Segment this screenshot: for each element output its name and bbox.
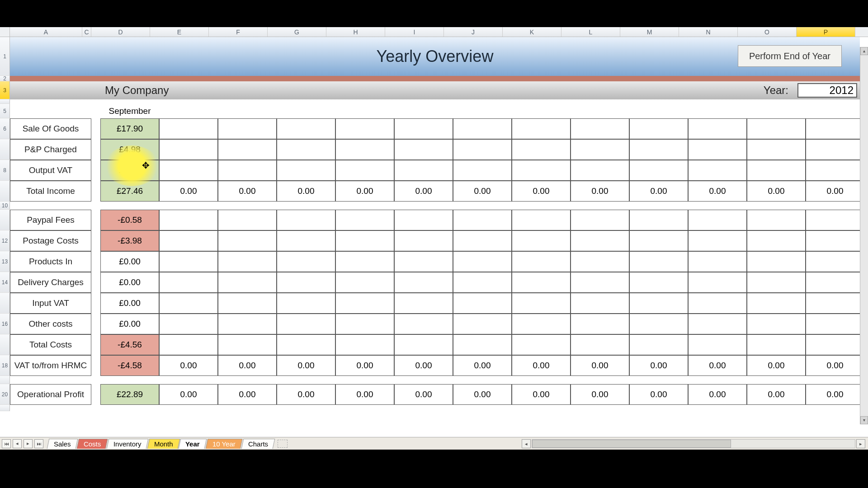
value-cell[interactable] <box>747 272 806 293</box>
value-cell[interactable] <box>159 251 218 272</box>
value-cell[interactable] <box>159 314 218 334</box>
value-cell[interactable]: £17.90 <box>100 118 159 139</box>
value-cell[interactable] <box>747 334 806 355</box>
value-cell[interactable] <box>218 118 277 139</box>
value-cell[interactable] <box>512 118 571 139</box>
value-cell[interactable]: 0.00 <box>394 355 453 376</box>
value-cell[interactable] <box>806 334 864 355</box>
value-cell[interactable]: 0.00 <box>277 181 335 202</box>
col-header-D[interactable]: D <box>91 27 150 37</box>
value-cell[interactable] <box>277 160 335 181</box>
value-cell[interactable] <box>218 160 277 181</box>
value-cell[interactable] <box>629 210 688 230</box>
sheet-tab-charts[interactable]: Charts <box>241 439 275 449</box>
value-cell[interactable] <box>218 293 277 314</box>
select-all-corner[interactable] <box>0 27 10 37</box>
value-cell[interactable]: -£3.98 <box>100 230 159 251</box>
value-cell[interactable]: 0.00 <box>688 355 747 376</box>
value-cell[interactable] <box>218 251 277 272</box>
value-cell[interactable]: 0.00 <box>512 181 571 202</box>
scroll-down-button[interactable]: ▾ <box>860 416 868 424</box>
value-cell[interactable] <box>159 334 218 355</box>
vertical-scrollbar[interactable]: ▴ ▾ <box>860 47 868 424</box>
value-cell[interactable] <box>806 210 864 230</box>
value-cell[interactable]: -£4.56 <box>100 334 159 355</box>
row-header[interactable]: 5 <box>0 104 10 118</box>
value-cell[interactable] <box>806 139 864 160</box>
col-header-P[interactable]: P <box>797 27 855 37</box>
col-header-M[interactable]: M <box>620 27 679 37</box>
col-header-A[interactable]: A <box>10 27 82 37</box>
value-cell[interactable] <box>629 230 688 251</box>
value-cell[interactable] <box>394 314 453 334</box>
tab-nav-prev[interactable]: ◂ <box>13 439 22 448</box>
value-cell[interactable]: 0.00 <box>394 384 453 405</box>
value-cell[interactable]: -£4.58 <box>100 355 159 376</box>
row-header[interactable]: 16 <box>0 314 10 334</box>
value-cell[interactable]: 0.00 <box>453 355 512 376</box>
value-cell[interactable] <box>277 118 335 139</box>
row-header[interactable]: 12 <box>0 230 10 251</box>
row-header[interactable]: 13 <box>0 251 10 272</box>
hscroll-left[interactable]: ◂ <box>522 439 531 448</box>
value-cell[interactable] <box>335 314 394 334</box>
value-cell[interactable]: 0.00 <box>512 384 571 405</box>
value-cell[interactable] <box>571 314 629 334</box>
value-cell[interactable]: 0.00 <box>218 181 277 202</box>
value-cell[interactable] <box>571 293 629 314</box>
row-header[interactable]: 14 <box>0 272 10 293</box>
row-header[interactable] <box>0 181 10 202</box>
value-cell[interactable] <box>571 139 629 160</box>
col-header-H[interactable]: H <box>326 27 385 37</box>
new-sheet-button[interactable] <box>278 440 288 448</box>
value-cell[interactable]: 0.00 <box>512 355 571 376</box>
value-cell[interactable]: 0.00 <box>218 384 277 405</box>
value-cell[interactable] <box>747 118 806 139</box>
value-cell[interactable] <box>159 210 218 230</box>
value-cell[interactable] <box>747 314 806 334</box>
value-cell[interactable] <box>512 160 571 181</box>
value-cell[interactable] <box>806 314 864 334</box>
row-header[interactable]: 3 <box>0 81 10 99</box>
value-cell[interactable] <box>277 293 335 314</box>
sheet-tab-year[interactable]: Year <box>179 439 207 449</box>
value-cell[interactable] <box>453 272 512 293</box>
value-cell[interactable]: 0.00 <box>747 384 806 405</box>
col-header-G[interactable]: G <box>268 27 326 37</box>
value-cell[interactable]: 0.00 <box>806 355 864 376</box>
value-cell[interactable]: 0.00 <box>688 181 747 202</box>
value-cell[interactable]: 0.00 <box>159 384 218 405</box>
value-cell[interactable]: 0.00 <box>747 181 806 202</box>
value-cell[interactable] <box>688 334 747 355</box>
value-cell[interactable] <box>277 334 335 355</box>
value-cell[interactable]: £22.89 <box>100 384 159 405</box>
value-cell[interactable] <box>571 210 629 230</box>
value-cell[interactable] <box>747 139 806 160</box>
value-cell[interactable] <box>806 230 864 251</box>
col-header-L[interactable]: L <box>561 27 620 37</box>
hscroll-track[interactable] <box>532 439 855 448</box>
row-header[interactable]: 1 <box>0 37 10 76</box>
value-cell[interactable] <box>688 251 747 272</box>
value-cell[interactable] <box>629 251 688 272</box>
value-cell[interactable]: £0.00 <box>100 251 159 272</box>
value-cell[interactable] <box>806 118 864 139</box>
value-cell[interactable] <box>512 272 571 293</box>
value-cell[interactable]: 0.00 <box>629 181 688 202</box>
sheet-tab-sales[interactable]: Sales <box>47 439 78 449</box>
row-header[interactable] <box>0 376 10 384</box>
hscroll-right[interactable]: ▸ <box>856 439 865 448</box>
value-cell[interactable] <box>747 210 806 230</box>
col-header-O[interactable]: O <box>738 27 797 37</box>
value-cell[interactable] <box>453 314 512 334</box>
value-cell[interactable]: £0.00 <box>100 314 159 334</box>
value-cell[interactable] <box>512 251 571 272</box>
tab-nav-next[interactable]: ▸ <box>24 439 33 448</box>
value-cell[interactable]: 0.00 <box>571 384 629 405</box>
value-cell[interactable]: 0.00 <box>159 355 218 376</box>
value-cell[interactable] <box>159 139 218 160</box>
value-cell[interactable] <box>218 334 277 355</box>
horizontal-scrollbar[interactable]: ◂ ▸ <box>522 439 865 448</box>
value-cell[interactable]: 0.00 <box>629 384 688 405</box>
value-cell[interactable] <box>453 118 512 139</box>
